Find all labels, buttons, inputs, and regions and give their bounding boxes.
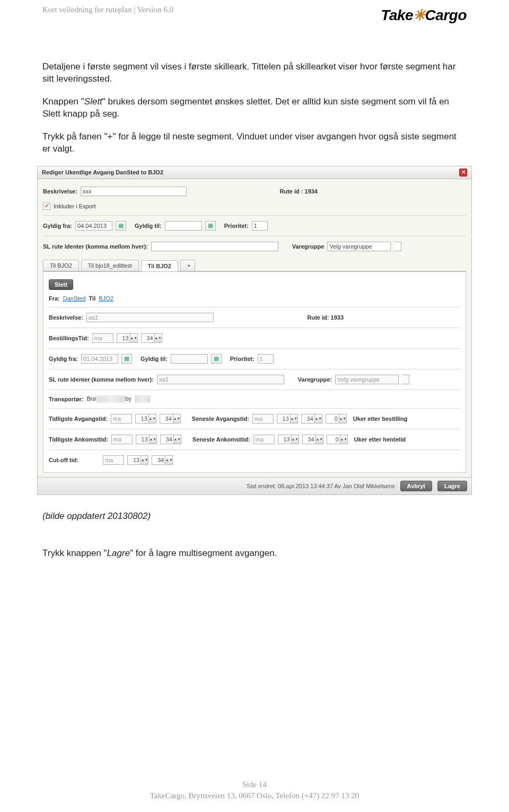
prioritet2-label: Prioritet: (230, 356, 254, 362)
titlebar: Rediger Ukentlige Avgang DanSted to BJO2… (38, 166, 471, 179)
page-header: Kort veiledning for ruteplan | Version 6… (0, 0, 509, 24)
lagre-button[interactable]: Lagre (437, 481, 467, 491)
avg-day[interactable] (111, 414, 132, 423)
para-3: Trykk på fanen "+" for å legge til neste… (42, 131, 467, 155)
below-app: (bilde oppdatert 20130802) Trykk knappen… (0, 495, 509, 559)
calendar-icon[interactable]: ▦ (205, 221, 216, 231)
prioritet-label: Prioritet: (224, 223, 249, 229)
sank-h-spin[interactable]: ▲▼ (278, 435, 299, 444)
beskrivelse-input[interactable] (81, 187, 187, 196)
tab-1[interactable]: Til BJO2 (43, 260, 79, 271)
transporter-label: Transportør: (49, 396, 83, 402)
gyldig-fra2-label: Gyldig fra: (49, 356, 78, 362)
close-icon[interactable]: ✕ (459, 169, 467, 176)
tab-bar: Til BJO2 Til bjo18_edittest Til BJO2 + (43, 260, 466, 272)
beskrivelse-label: Beskrivelse: (43, 188, 77, 195)
varegruppe2-label: Varegruppe: (298, 376, 332, 383)
calendar-icon[interactable]: ▦ (121, 354, 132, 364)
savg-m-spin[interactable]: ▲▼ (301, 414, 322, 423)
uker-hentetid-label: Uker etter hentetid (354, 436, 406, 443)
doc-title: Kort veiledning for ruteplan | Version 6… (42, 5, 173, 14)
varegruppe-select[interactable] (327, 242, 391, 251)
sank-m-spin[interactable]: ▲▼ (302, 435, 323, 444)
image-caption: (bilde oppdatert 20130802) (42, 511, 467, 522)
dropdown-icon[interactable] (402, 375, 409, 384)
logo-take: Take (381, 7, 413, 23)
bestilling-min-spin[interactable]: ▲▼ (141, 333, 162, 343)
calendar-icon[interactable]: ▦ (116, 221, 126, 231)
dialog-footer: Sist endret: 08.apr.2013 13:44:37 Av Jan… (38, 477, 471, 495)
calendar-icon[interactable]: ▦ (211, 354, 222, 364)
cutoff-m-spin[interactable]: ▲▼ (152, 455, 173, 465)
tab-plus[interactable]: + (180, 260, 195, 271)
sank-day[interactable] (253, 435, 275, 444)
ank-day[interactable] (111, 435, 133, 444)
ruteid2: Rute id: 1933 (308, 314, 344, 321)
slett-button[interactable]: Slett (49, 279, 73, 290)
savg-h-spin[interactable]: ▲▼ (277, 414, 298, 423)
seneste-avg-label: Seneste Avgangstid: (192, 416, 249, 422)
ank-m-spin[interactable]: ▲▼ (160, 435, 181, 444)
gyldig-til-input[interactable] (165, 221, 202, 231)
avg-m-spin[interactable]: ▲▼ (160, 414, 181, 423)
cutoff-label: Cut-off tid: (49, 457, 78, 463)
instruction-line: Trykk knappen "Lagre" for å lagre multis… (42, 548, 467, 559)
sl-rute2-label: SL rute identer (komma mellom hver): (49, 376, 154, 383)
tab-2[interactable]: Til bjo18_edittest (81, 260, 139, 271)
beskrivelse2-label: Beskrivelse: (49, 314, 83, 321)
gyldig-til2-label: Gyldig til: (141, 356, 168, 362)
sist-endret: Sist endret: 08.apr.2013 13:44:37 Av Jan… (247, 483, 394, 489)
fra-label: Fra: (49, 295, 60, 302)
sl-rute-label: SL rute identer (komma mellom hver): (43, 243, 148, 250)
page-number: Side 14 (0, 779, 509, 790)
para-1: Detaljene i første segment vil vises i f… (42, 61, 467, 85)
prioritet-input[interactable] (252, 221, 268, 231)
gyldig-til2-input[interactable] (171, 354, 208, 364)
avbryt-button[interactable]: Avbryt (400, 481, 432, 491)
ruteid-top: Rute id : 1934 (279, 188, 318, 195)
til-label: Til (89, 295, 96, 302)
inkluder-label: Inkluder i Export (54, 203, 95, 209)
dropdown-icon[interactable] (394, 242, 401, 251)
inkluder-checkbox[interactable]: ✔ (43, 202, 50, 210)
cutoff-h-spin[interactable]: ▲▼ (127, 455, 148, 465)
sl-rute2-input[interactable] (157, 375, 284, 384)
gyldig-fra-input[interactable] (75, 221, 112, 231)
til-link[interactable]: BJO2 (99, 295, 113, 302)
logo: Take✳Cargo (381, 6, 467, 24)
varegruppe-label: Varegruppe (292, 243, 324, 250)
app-window: Rediger Ukentlige Avgang DanSted to BJO2… (37, 166, 472, 495)
bestillingstid-label: BestillingsTid: (49, 335, 89, 341)
footer-address: TakeCargo, Brynsveien 13, 0667 Oslo, Tel… (0, 790, 509, 801)
cutoff-day[interactable] (103, 455, 124, 465)
avg-h-spin[interactable]: ▲▼ (135, 414, 156, 423)
bestilling-day[interactable] (92, 333, 113, 343)
page-footer: Side 14 TakeCargo, Brynsveien 13, 0667 O… (0, 779, 509, 801)
logo-cargo: Cargo (425, 7, 467, 23)
beskrivelse2-input[interactable] (86, 313, 214, 322)
sank-weeks-spin[interactable]: ▲▼ (327, 435, 348, 444)
gyldig-til-label: Gyldig til: (135, 223, 162, 229)
window-title: Rediger Ukentlige Avgang DanSted to BJO2 (42, 169, 163, 175)
bestilling-hour-spin[interactable]: ▲▼ (117, 333, 138, 343)
savg-weeks-spin[interactable]: ▲▼ (326, 414, 347, 423)
seneste-ank-label: Seneste Ankomsttid: (192, 436, 250, 443)
gyldig-fra2-input[interactable] (81, 354, 118, 364)
body-text: Detaljene i første segment vil vises i f… (0, 61, 509, 155)
tab-3-active[interactable]: Til BJO2 (141, 260, 178, 271)
fra-link[interactable]: DanSted (63, 295, 86, 302)
transporter-value: Brøby (86, 395, 150, 403)
gyldig-fra-label: Gyldig fra: (43, 223, 72, 229)
varegruppe2-select[interactable] (335, 375, 399, 384)
tidligste-avg-label: Tidligste Avgangstid: (49, 416, 108, 422)
savg-day[interactable] (252, 414, 274, 423)
para-2: Knappen "Slett" brukes dersom segmentet … (42, 96, 467, 120)
ank-h-spin[interactable]: ▲▼ (136, 435, 157, 444)
sl-rute-input[interactable] (151, 242, 278, 251)
prioritet2-input[interactable] (258, 354, 274, 364)
tidligste-ank-label: Tidligste Ankomsttid: (49, 436, 108, 443)
uker-bestilling-label: Uker etter bestilling (353, 416, 408, 422)
